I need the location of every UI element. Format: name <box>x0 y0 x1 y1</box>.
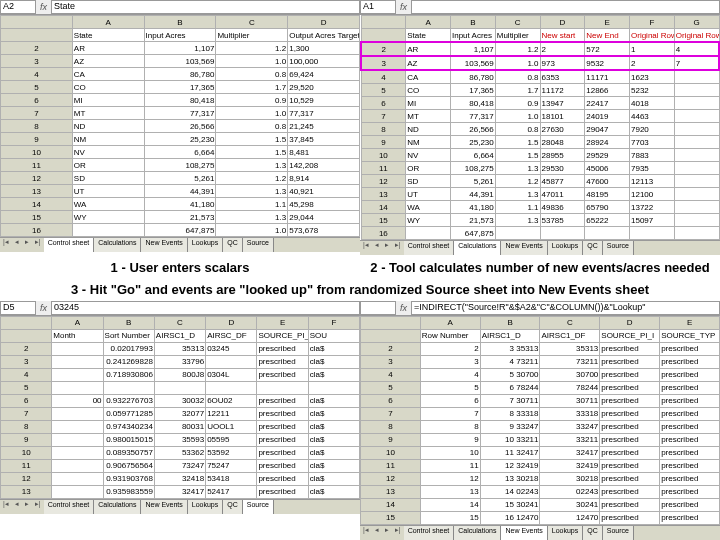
grid-cell[interactable]: 0.935983559 <box>103 485 154 498</box>
grid-cell[interactable]: 49836 <box>540 201 585 214</box>
grid-cell[interactable]: 75247 <box>206 459 257 472</box>
header-cell[interactable]: Output Acres Target <box>288 29 360 42</box>
grid-cell[interactable]: 0.9 <box>216 94 288 107</box>
grid-cell[interactable]: 12211 <box>206 407 257 420</box>
grid-cell[interactable]: 108,275 <box>144 159 216 172</box>
grid-cell[interactable] <box>52 459 103 472</box>
sheet-tab[interactable]: New Events <box>501 526 547 540</box>
grid-cell[interactable] <box>52 381 103 394</box>
sheet-tab[interactable]: Lookups <box>548 241 583 255</box>
grid-cell[interactable]: 17,365 <box>144 81 216 94</box>
grid-cell[interactable]: 1,300 <box>288 42 360 55</box>
grid-cell[interactable]: UT <box>72 185 144 198</box>
grid-cell[interactable]: 9 <box>361 136 406 149</box>
grid-cell[interactable]: 15 <box>361 214 406 227</box>
grid-cell[interactable]: prescribed <box>660 459 720 472</box>
grid-cell[interactable]: 573,678 <box>288 224 360 237</box>
grid-cell[interactable]: prescribed <box>660 381 720 394</box>
grid-cell[interactable]: 11 <box>1 159 73 172</box>
grid-cell[interactable]: 29530 <box>540 162 585 175</box>
header-cell[interactable]: AIRSC1_D <box>154 329 205 342</box>
header-cell[interactable] <box>361 329 421 342</box>
grid-cell[interactable]: 13 <box>361 188 406 201</box>
grid-cell[interactable]: 5 <box>361 381 421 394</box>
header-cell[interactable]: AIRSC1_DF <box>540 329 600 342</box>
grid-cell[interactable]: 86,780 <box>451 70 496 84</box>
sheet-tab[interactable]: Calculations <box>454 526 501 540</box>
grid-cell[interactable]: 37,845 <box>288 133 360 146</box>
grid-cell[interactable]: cla$ <box>308 446 359 459</box>
grid-cell[interactable]: 65222 <box>585 214 630 227</box>
grid-cell[interactable]: 32419 <box>540 459 600 472</box>
grid-cell[interactable]: prescribed <box>257 472 308 485</box>
grid-cell[interactable]: 44,391 <box>144 185 216 198</box>
sheet-tab[interactable]: Calculations <box>94 500 141 514</box>
grid-cell[interactable]: 0.932276703 <box>103 394 154 407</box>
grid-cell[interactable] <box>674 214 719 227</box>
col-header[interactable] <box>1 316 52 329</box>
grid-cell[interactable]: 15 <box>420 511 480 524</box>
grid-cell[interactable] <box>52 433 103 446</box>
grid-cell[interactable]: 3 <box>1 355 52 368</box>
col-header[interactable]: B <box>451 16 496 29</box>
grid-cell[interactable]: 16 <box>1 224 73 237</box>
grid-cell[interactable]: 7 <box>420 407 480 420</box>
header-cell[interactable]: State <box>406 29 451 43</box>
grid-cell[interactable]: 6 <box>1 94 73 107</box>
grid-cell[interactable]: prescribed <box>660 342 720 355</box>
grid-cell[interactable]: 73247 <box>154 459 205 472</box>
grid-cell[interactable]: 5 <box>1 381 52 394</box>
grid-cell[interactable]: 0.931903768 <box>103 472 154 485</box>
grid-cell[interactable]: AR <box>72 42 144 55</box>
tab-nav-prev[interactable]: ◂ <box>372 526 382 540</box>
grid-cell[interactable]: prescribed <box>257 446 308 459</box>
grid-cell[interactable]: 11172 <box>540 84 585 97</box>
grid-cell[interactable]: 0.8 <box>216 68 288 81</box>
grid-cell[interactable]: 7 30711 <box>480 394 540 407</box>
grid-cell[interactable]: 13947 <box>540 97 585 110</box>
sheet-tab[interactable]: Lookups <box>548 526 583 540</box>
grid-cell[interactable]: 21,573 <box>451 214 496 227</box>
grid-cell[interactable] <box>674 175 719 188</box>
grid-cell[interactable] <box>52 446 103 459</box>
grid-cell[interactable]: prescribed <box>660 498 720 511</box>
grid-cell[interactable]: 21,245 <box>288 120 360 133</box>
grid-cell[interactable]: 25,230 <box>451 136 496 149</box>
grid-cell[interactable]: OR <box>406 162 451 175</box>
grid-cell[interactable] <box>540 227 585 240</box>
grid-cell[interactable]: prescribed <box>660 485 720 498</box>
grid-cell[interactable]: 1.0 <box>495 56 540 70</box>
grid-cell[interactable]: prescribed <box>600 381 660 394</box>
grid-cell[interactable]: cla$ <box>308 433 359 446</box>
grid-cell[interactable]: cla$ <box>308 407 359 420</box>
grid-cell[interactable]: 0304L <box>206 368 257 381</box>
grid-cell[interactable]: AZ <box>406 56 451 70</box>
grid-cell[interactable]: 9532 <box>585 56 630 70</box>
grid-cell[interactable]: 1.5 <box>495 149 540 162</box>
grid-cell[interactable]: prescribed <box>600 472 660 485</box>
sheet-tab[interactable]: QC <box>583 526 603 540</box>
grid-cell[interactable]: 14 <box>361 201 406 214</box>
header-cell[interactable]: Row Number <box>420 329 480 342</box>
grid-cell[interactable]: 4463 <box>630 110 675 123</box>
grid-cell[interactable] <box>674 70 719 84</box>
grid-cell[interactable] <box>674 162 719 175</box>
grid-cell[interactable]: 11 32417 <box>480 446 540 459</box>
grid-cell[interactable] <box>674 110 719 123</box>
grid-cell[interactable]: prescribed <box>600 485 660 498</box>
grid-cell[interactable]: 86,780 <box>144 68 216 81</box>
grid-cell[interactable]: 1.2 <box>216 172 288 185</box>
tab-nav-last[interactable]: ▸| <box>392 241 404 255</box>
grid-cell[interactable]: 12470 <box>540 511 600 524</box>
grid-cell[interactable]: 7920 <box>630 123 675 136</box>
header-cell[interactable]: Multiplier <box>495 29 540 43</box>
formula-input[interactable]: 03245 <box>51 301 360 315</box>
grid-cell[interactable]: NM <box>72 133 144 146</box>
grid-cell[interactable]: 15097 <box>630 214 675 227</box>
grid-cell[interactable]: 17,365 <box>451 84 496 97</box>
grid-cell[interactable]: 47600 <box>585 175 630 188</box>
grid-cell[interactable]: 28955 <box>540 149 585 162</box>
grid-cell[interactable]: prescribed <box>660 368 720 381</box>
grid-cell[interactable]: prescribed <box>660 433 720 446</box>
grid-cell[interactable]: AZ <box>72 55 144 68</box>
